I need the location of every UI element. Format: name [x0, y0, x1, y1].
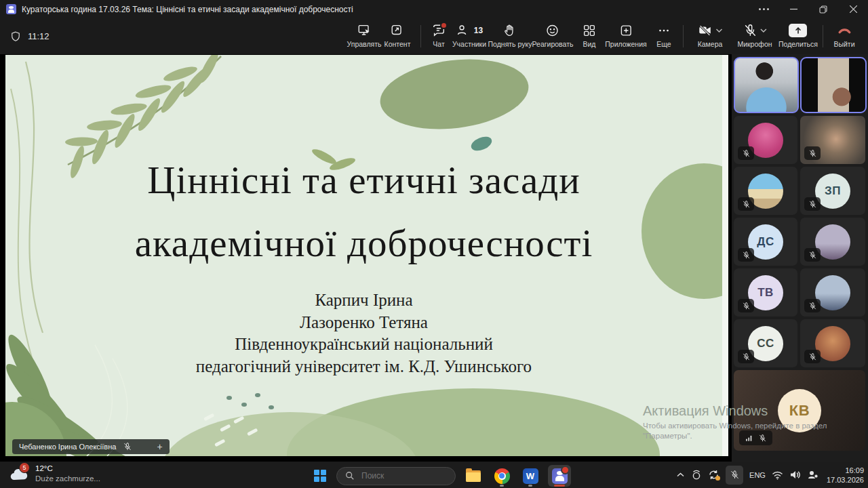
pin-add-icon[interactable]: + — [157, 441, 162, 452]
slide-authors: Карпич Ірина Лазоренко Тетяна Південноук… — [5, 289, 722, 378]
view-button[interactable]: Вид — [582, 22, 597, 48]
tray-time: 16:09 — [827, 466, 864, 475]
search-box[interactable] — [336, 467, 456, 485]
participant-tile[interactable] — [800, 218, 865, 266]
participant-tile[interactable]: ЗП — [800, 167, 865, 215]
mic-muted-badge — [804, 299, 821, 312]
weather-widget[interactable]: 5 12°C Duże zachmurze... — [9, 464, 100, 484]
chat-button[interactable]: Чат — [431, 22, 446, 48]
chrome-icon — [494, 468, 510, 484]
participant-tile[interactable] — [734, 116, 797, 164]
participant-tile[interactable] — [734, 167, 797, 215]
taskbar: 5 12°C Duże zachmurze... W — [0, 462, 868, 488]
folder-icon — [466, 470, 481, 482]
tray-sync-icon[interactable] — [708, 469, 719, 481]
smiley-icon — [545, 23, 560, 38]
mic-off-icon — [808, 149, 817, 158]
participant-tile[interactable] — [800, 116, 865, 164]
mic-muted-badge — [738, 146, 754, 160]
mic-muted-badge — [738, 197, 754, 211]
mic-off-icon — [808, 200, 817, 209]
taskbar-teams-active[interactable] — [548, 465, 571, 487]
more-button[interactable]: Еще — [656, 22, 671, 48]
meeting-toolbar: 11:12 Управлять Контент Чат 13 Участники… — [0, 18, 868, 54]
wifi-icon[interactable] — [772, 470, 783, 480]
mic-off-icon — [742, 251, 751, 260]
teams-app-icon — [6, 4, 16, 14]
mic-off-icon — [123, 442, 132, 451]
share-button[interactable]: Поделиться — [778, 22, 818, 48]
weather-temp: 12°C — [35, 464, 100, 474]
start-button[interactable] — [311, 466, 330, 485]
search-input[interactable] — [360, 470, 437, 481]
meeting-timer: 11:12 — [9, 18, 50, 54]
mic-button[interactable]: Микрофон — [737, 22, 772, 48]
windows-logo-icon — [314, 470, 326, 482]
window-title: Кураторська година 17.03.26 Тема: Цінніс… — [22, 5, 353, 14]
tray-date: 17.03.2026 — [827, 475, 864, 485]
people-icon — [456, 23, 471, 38]
speaker-icon[interactable] — [789, 470, 801, 480]
mic-muted-badge — [804, 146, 821, 160]
add-app-icon — [618, 23, 633, 38]
mic-muted-badge — [738, 350, 754, 363]
presenter-name: Чебаненко Ірина Олексіївна — [19, 443, 116, 451]
chat-notification-dot — [440, 22, 448, 29]
restore-button[interactable] — [808, 0, 838, 18]
language-indicator[interactable]: ENG — [749, 471, 766, 479]
mic-off-icon — [808, 251, 817, 260]
taskbar-word[interactable]: W — [519, 466, 541, 486]
mic-muted-badge — [738, 299, 754, 312]
participant-tile[interactable]: КВ — [734, 370, 865, 451]
camera-button[interactable]: Камера — [697, 22, 723, 48]
weather-desc: Duże zachmurze... — [35, 474, 100, 484]
mic-off-icon — [742, 200, 751, 209]
participant-tile[interactable] — [800, 319, 865, 367]
tray-chevron-up-icon[interactable] — [676, 472, 685, 478]
camera-chevron-icon[interactable] — [715, 28, 723, 33]
mic-off-icon — [742, 352, 751, 361]
word-icon: W — [523, 468, 538, 484]
titlebar-more-icon[interactable] — [749, 0, 778, 18]
minimize-button[interactable] — [778, 0, 808, 18]
running-indicator — [500, 485, 504, 487]
participant-tile[interactable]: СС — [734, 319, 797, 367]
mic-muted-badge — [804, 350, 821, 363]
close-button[interactable] — [838, 0, 868, 18]
participant-tile[interactable] — [800, 57, 867, 113]
presenter-name-pill[interactable]: Чебаненко Ірина Олексіївна + — [12, 439, 170, 454]
mic-chevron-icon[interactable] — [760, 28, 767, 33]
content-button[interactable]: Контент — [384, 22, 411, 48]
participant-tile[interactable] — [734, 57, 799, 113]
taskbar-chrome[interactable] — [491, 466, 513, 486]
tray-mic-muted-icon[interactable] — [726, 466, 743, 485]
slide-canvas-edge — [722, 55, 728, 456]
leave-button[interactable]: Выйти — [833, 22, 854, 48]
raise-hand-button[interactable]: Поднять руку — [488, 22, 532, 48]
content-share-icon — [390, 23, 405, 38]
clock[interactable]: 16:09 17.03.2026 — [827, 466, 864, 485]
toolbar-divider — [420, 25, 421, 47]
participant-tile[interactable]: ТВ — [734, 268, 797, 317]
mic-muted-badge — [804, 248, 821, 262]
react-button[interactable]: Реагировать — [532, 22, 574, 48]
mic-off-icon — [742, 149, 751, 158]
mic-off-icon — [808, 352, 817, 361]
notification-badge: 5 — [19, 462, 30, 473]
mic-off-icon — [743, 23, 757, 38]
participant-tile[interactable] — [800, 268, 865, 317]
participant-tile[interactable]: ДС — [734, 218, 797, 266]
manage-button[interactable]: Управлять — [347, 22, 382, 48]
share-up-icon — [789, 24, 807, 37]
tray-people-icon[interactable] — [807, 470, 818, 480]
window-titlebar: Кураторська година 17.03.26 Тема: Цінніс… — [0, 0, 868, 18]
toolbar-divider — [823, 25, 823, 47]
apps-button[interactable]: Приложения — [605, 22, 646, 48]
mic-off-icon — [808, 302, 817, 310]
tray-headset-icon[interactable] — [691, 470, 702, 481]
taskbar-file-explorer[interactable] — [462, 466, 484, 486]
camera-off-icon — [697, 23, 713, 38]
participants-button[interactable]: 13 Участники — [452, 22, 486, 48]
mic-muted-badge — [738, 248, 754, 262]
raise-hand-icon — [502, 23, 517, 38]
